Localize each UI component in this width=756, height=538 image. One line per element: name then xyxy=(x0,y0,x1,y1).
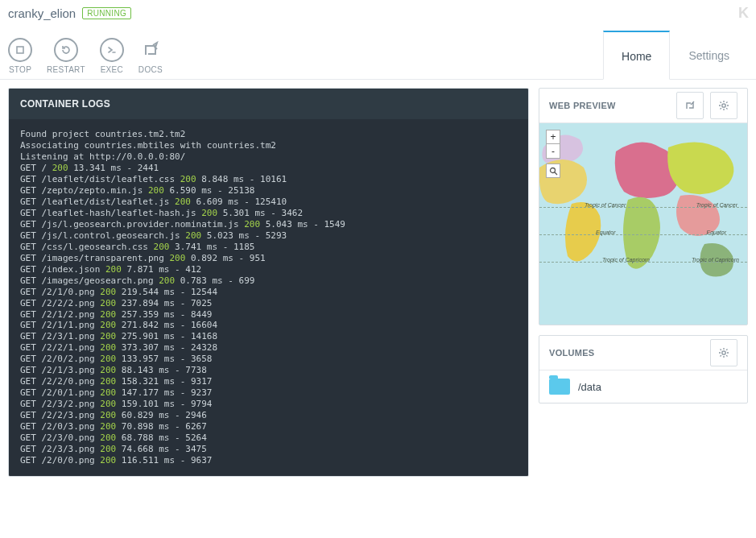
external-link-icon xyxy=(684,99,696,112)
world-map-icon xyxy=(539,123,747,325)
map-label-equator: Equator xyxy=(706,230,726,235)
exec-button[interactable]: EXEC xyxy=(100,38,124,74)
open-external-button[interactable] xyxy=(676,92,704,119)
stop-button[interactable]: STOP xyxy=(8,38,32,74)
map-preview[interactable]: Tropic of Cancer Equator Tropic of Capri… xyxy=(539,123,747,325)
volumes-panel: VOLUMES /data xyxy=(539,335,748,404)
container-name: cranky_elion xyxy=(8,6,76,20)
svg-point-5 xyxy=(722,351,725,354)
exec-icon xyxy=(100,38,124,62)
restart-button[interactable]: RESTART xyxy=(47,38,85,74)
map-search-button[interactable] xyxy=(546,163,560,178)
restart-icon xyxy=(54,38,78,62)
search-icon xyxy=(549,167,558,176)
svg-point-3 xyxy=(550,168,555,172)
web-preview-title: WEB PREVIEW xyxy=(549,101,616,110)
svg-point-1 xyxy=(722,104,725,107)
volume-path: /data xyxy=(578,381,601,393)
gear-icon xyxy=(717,346,730,359)
map-zoom-in-button[interactable]: + xyxy=(546,130,560,144)
web-preview-panel: WEB PREVIEW xyxy=(539,88,748,325)
volumes-settings-button[interactable] xyxy=(710,339,737,366)
folder-icon xyxy=(549,379,570,395)
tab-home[interactable]: Home xyxy=(603,31,670,80)
status-badge: RUNNING xyxy=(82,7,131,19)
map-label-capricorn: Tropic of Capricorn xyxy=(692,257,739,263)
docs-button[interactable]: DOCS xyxy=(138,38,163,74)
map-label-cancer: Tropic of Cancer xyxy=(696,202,737,208)
logs-output[interactable]: Found project countries.tm2.tm2 Associat… xyxy=(9,119,528,476)
map-label-cancer: Tropic of Cancer xyxy=(585,202,626,208)
map-label-capricorn: Tropic of Capricorn xyxy=(602,257,650,263)
volume-row[interactable]: /data xyxy=(539,370,747,403)
preview-settings-button[interactable] xyxy=(710,92,737,119)
stop-icon xyxy=(8,38,32,62)
brand-logo: K xyxy=(738,5,748,22)
svg-rect-0 xyxy=(17,47,23,53)
logs-title: CONTAINER LOGS xyxy=(9,89,528,119)
map-label-equator: Equator xyxy=(596,230,616,235)
tab-settings[interactable]: Settings xyxy=(670,31,748,79)
gear-icon xyxy=(717,99,730,112)
container-logs-panel: CONTAINER LOGS Found project countries.t… xyxy=(8,88,529,477)
map-zoom-out-button[interactable]: - xyxy=(546,144,560,159)
docs-icon xyxy=(138,38,163,62)
svg-line-4 xyxy=(555,172,557,175)
volumes-title: VOLUMES xyxy=(549,348,595,358)
